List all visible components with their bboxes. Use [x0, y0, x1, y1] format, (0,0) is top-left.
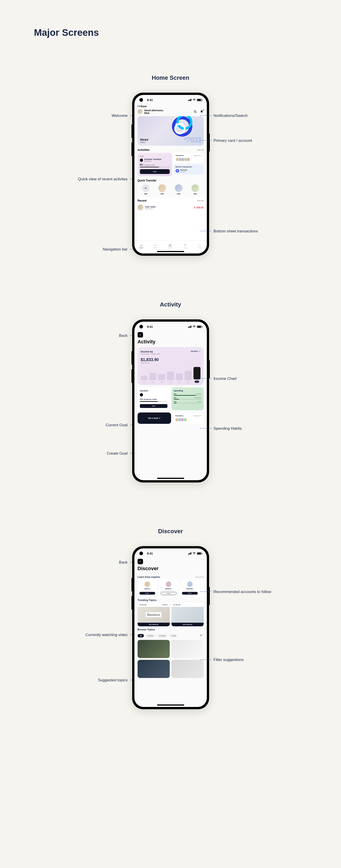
nav-home[interactable]: ⌂ Home — [139, 244, 143, 248]
anno-income-chart: Income Chart — [214, 376, 277, 381]
anno-currently-watching: Currently watching video — [64, 632, 128, 638]
expert-card[interactable]: Emily R.1.8K FollowersFollow — [159, 580, 178, 597]
follow-button[interactable]: Follow — [139, 592, 155, 595]
expert-card[interactable]: David M.1.5K FollowersFollow — [180, 580, 200, 597]
filter-chip[interactable]: Credit — [169, 634, 178, 638]
goal-view-button[interactable]: View — [140, 169, 170, 174]
chart-bar[interactable]: Jun — [185, 371, 192, 383]
back-button[interactable] — [138, 559, 143, 564]
page-title: Major Screens — [34, 27, 307, 38]
home-section-title: Home Screen — [34, 74, 307, 81]
expert-avatar-icon — [145, 582, 150, 587]
transfers-small-card[interactable]: Transfers See all ↗ — [173, 412, 204, 424]
activity-page-title: Activity — [134, 339, 207, 347]
back-button[interactable] — [138, 332, 143, 338]
chart-month-label: May — [178, 381, 180, 383]
expert-card-peek — [201, 580, 204, 597]
topic-tile[interactable] — [172, 640, 204, 658]
period-dropdown[interactable]: Monthly — [191, 350, 201, 352]
topic-tile[interactable] — [172, 660, 204, 678]
transfers-see-all-link[interactable]: See all ↗ — [194, 154, 202, 157]
quick-transfer-add[interactable]: + Add — [142, 184, 149, 194]
transfers-small-title: Transfers — [175, 415, 183, 417]
trending-topic-card[interactable]: 4h 10m 30sEmily R.Start Watching — [138, 603, 170, 626]
primary-account-card[interactable]: Nicks' Wallet *7631 — [138, 116, 204, 146]
profile-icon: ☺ — [198, 244, 202, 247]
anno-quickview: Quick view of recent activties — [64, 177, 128, 182]
home-indicator — [157, 251, 184, 252]
chart-bar[interactable]: Feb — [149, 373, 156, 383]
vacation-goal-card[interactable]: Vacation 65% progress made View — [138, 388, 170, 410]
vacation-view-button[interactable]: View — [140, 404, 167, 408]
expert-card[interactable]: John D.2.4K FollowersFollow — [138, 580, 157, 597]
chart-bar[interactable]: May — [176, 373, 183, 383]
recent-item-date: 03/20/2023 — [145, 208, 156, 210]
spending-card[interactable]: Spending 80%Groceries20%Withdrawal10%Ret… — [172, 388, 204, 410]
statusbar: 9:41 — [134, 548, 207, 558]
statusbar-time: 9:41 — [147, 325, 153, 329]
recent-transaction-card[interactable]: Recent Transaction Discord -$15.99 — [174, 164, 204, 174]
chart-month-label: Feb — [152, 381, 154, 383]
follow-button[interactable]: Follow — [182, 592, 198, 595]
nav-discover[interactable]: ▦ Discover — [167, 244, 173, 248]
signal-icon — [188, 99, 192, 101]
start-watching-button[interactable]: Start Watching — [172, 623, 204, 626]
anno-recommended: Recommended accounts to follow — [214, 589, 277, 595]
filter-chip[interactable]: All — [138, 634, 144, 638]
filter-chip[interactable]: Savings — [145, 634, 156, 638]
trending-topic-card[interactable]: 1h 15m 30sStart Watching — [172, 603, 204, 626]
signal-icon — [188, 552, 192, 555]
transfers-small-see-all[interactable]: See all ↗ — [194, 415, 201, 417]
anno-filter: Filter suggestions — [214, 657, 277, 662]
chevron-left-icon — [139, 334, 141, 336]
explore-all-link[interactable]: Explore all — [195, 576, 203, 578]
goal-icon — [140, 159, 143, 162]
phone-frame-discover: 9:41 Discover Learn from experts Exp — [132, 546, 209, 709]
nav-profile[interactable]: ☺ Profile — [198, 244, 202, 248]
chart-bar[interactable]: Mar — [158, 374, 165, 383]
income-chart-card: Income by Viewing last 7 months chart Mo… — [138, 347, 204, 385]
topic-tile[interactable] — [138, 660, 170, 678]
statusbar-time: 9:41 — [147, 552, 153, 555]
chart-bar[interactable]: Apr — [167, 371, 174, 383]
quick-transfer-user[interactable]: User — [175, 184, 182, 194]
chart-bar[interactable]: Jan — [141, 376, 148, 383]
quick-transfer-title: Quick Transfer — [138, 179, 157, 182]
expert-followers: 1.5K Followers — [182, 589, 198, 591]
quick-transfer-user[interactable]: User — [192, 184, 199, 194]
quick-transfer-user[interactable]: User — [159, 184, 166, 194]
svg-line-1 — [196, 112, 196, 113]
camera-dot-icon — [139, 552, 143, 555]
expert-avatar-icon — [166, 582, 171, 587]
search-icon[interactable] — [193, 110, 197, 114]
discover-section: Discover Back Currently watching video S… — [34, 528, 307, 709]
chart-bar[interactable]: Jul — [194, 367, 201, 383]
vacation-icon — [140, 393, 143, 396]
set-goal-button[interactable]: Set a Goal ↗ — [138, 412, 171, 424]
goal-card[interactable]: Goal Summer Vacation $1,833.90 65% Progr… — [138, 153, 172, 176]
filter-chip[interactable]: Investing — [157, 634, 168, 638]
history-icon: ↻ — [183, 244, 187, 247]
camera-dot-icon — [139, 98, 143, 102]
activities-see-all-link[interactable]: See all — [197, 149, 204, 151]
transfers-card[interactable]: Transfers See all ↗ — [174, 153, 204, 163]
follow-button[interactable]: Follow — [161, 592, 176, 595]
recent-see-all-link[interactable]: See all — [197, 199, 204, 202]
goal-name: Summer Vacation — [144, 158, 162, 160]
anno-notifications: Notifications/Search — [214, 113, 277, 119]
recent-item-amount: $ -000.00 — [194, 206, 203, 209]
statusbar-time: 9:41 — [147, 98, 153, 102]
filter-icon[interactable] — [199, 633, 204, 638]
phone-frame-activity: 9:41 Activity Income by — [132, 319, 209, 483]
discord-icon — [176, 169, 179, 173]
recent-transaction-row[interactable]: User name 03/20/2023 $ -000.00 — [138, 203, 204, 212]
welcome-greeting: Good afternoon, Nick — [138, 109, 164, 114]
chart-month-label: Jun — [187, 381, 189, 383]
topic-tile[interactable] — [138, 640, 170, 658]
home-section: Home Screen Welcome Quick view of recent… — [34, 74, 307, 256]
chevron-down-icon — [199, 350, 201, 352]
bell-icon[interactable] — [200, 110, 204, 114]
nav-history[interactable]: ↻ History — [183, 244, 187, 248]
start-watching-button[interactable]: Start Watching — [138, 623, 170, 626]
nav-wallet[interactable]: ▭ Wallet — [154, 244, 157, 248]
